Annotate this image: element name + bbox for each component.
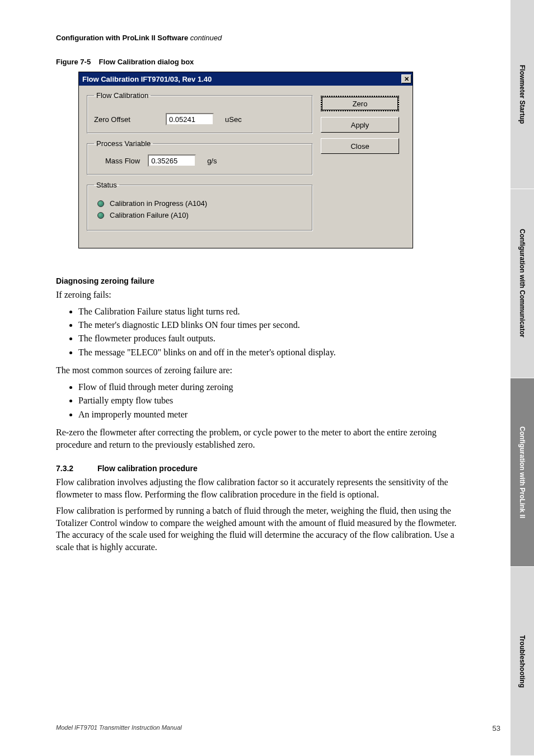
flow-cal-p2: Flow calibration is performed by running… <box>56 505 465 553</box>
apply-button[interactable]: Apply <box>321 117 399 133</box>
section-number: 7.3.2 <box>56 464 95 473</box>
flow-calibration-legend: Flow Calibration <box>94 91 151 100</box>
status-led-icon <box>97 200 104 207</box>
flow-cal-heading: 7.3.2 Flow calibration procedure <box>56 464 465 473</box>
diagnosing-list-b: Flow of fluid through meter during zeroi… <box>78 381 465 421</box>
rezero-paragraph: Re-zero the flowmeter after correcting t… <box>56 426 465 450</box>
common-sources-intro: The most common sources of zeroing failu… <box>56 364 465 377</box>
figure-caption: Figure 7-5 Flow Calibration dialog box <box>56 58 465 66</box>
page-footer: Model IFT9701 Transmitter Instruction Ma… <box>56 724 500 732</box>
status-legend: Status <box>94 181 119 189</box>
header-text: Configuration with ProLink II Software <box>56 34 188 42</box>
list-item: The meter's diagnostic LED blinks ON fou… <box>78 319 465 331</box>
diagnosing-list-a: The Calibration Failure status light tur… <box>78 306 465 359</box>
mass-flow-label: Mass Flow <box>105 157 140 165</box>
zero-offset-label: Zero Offset <box>94 115 161 124</box>
status-led-icon <box>97 212 104 219</box>
flow-calibration-dialog: Flow Calibration IFT9701/03, Rev 1.40 ✕ … <box>78 72 413 248</box>
zero-button[interactable]: Zero <box>321 96 399 111</box>
list-item: The flowmeter produces fault outputs. <box>78 332 465 345</box>
flow-calibration-group: Flow Calibration Zero Offset uSec <box>87 91 313 134</box>
status-group: Status Calibration in Progress (A104) Ca… <box>87 181 313 231</box>
footer-left: Model IFT9701 Transmitter Instruction Ma… <box>56 724 182 732</box>
list-item: The message "ELEC0" blinks on and off in… <box>78 346 465 359</box>
list-item: Flow of fluid through meter during zeroi… <box>78 381 465 393</box>
mass-flow-unit: g/s <box>207 157 217 165</box>
section-title: Flow calibration procedure <box>97 464 198 473</box>
tab-config-prolink[interactable]: Configuration with ProLink II <box>510 378 534 567</box>
list-item: The Calibration Failure status light tur… <box>78 306 465 318</box>
continuation-header: Configuration with ProLink II Software c… <box>56 34 465 42</box>
close-button[interactable]: Close <box>321 138 399 154</box>
tab-troubleshooting[interactable]: Troubleshooting <box>510 567 534 756</box>
status-a10: Calibration Failure (A10) <box>110 211 189 219</box>
dialog-titlebar: Flow Calibration IFT9701/03, Rev 1.40 ✕ <box>79 72 413 86</box>
tab-config-communicator[interactable]: Configuration with Communicator <box>510 189 534 378</box>
page-number: 53 <box>493 724 500 732</box>
side-tabs: Flowmeter Startup Configuration with Com… <box>510 0 534 756</box>
dialog-title: Flow Calibration IFT9701/03, Rev 1.40 <box>82 75 212 83</box>
diagnosing-intro: If zeroing fails: <box>56 289 465 301</box>
header-suffix: continued <box>190 34 222 42</box>
flow-cal-p1: Flow calibration involves adjusting the … <box>56 476 465 500</box>
figure-label: Figure 7-5 <box>56 58 91 66</box>
diagnosing-heading: Diagnosing zeroing failure <box>56 276 465 285</box>
mass-flow-input[interactable] <box>148 154 196 167</box>
status-a104: Calibration in Progress (A104) <box>110 199 207 208</box>
close-icon[interactable]: ✕ <box>401 74 411 83</box>
process-variable-legend: Process Variable <box>94 139 153 148</box>
figure-title: Flow Calibration dialog box <box>99 58 194 66</box>
zero-offset-input[interactable] <box>166 113 214 125</box>
zero-offset-unit: uSec <box>225 115 242 124</box>
list-item: Partially empty flow tubes <box>78 395 465 407</box>
list-item: An improperly mounted meter <box>78 408 465 421</box>
tab-flowmeter-startup[interactable]: Flowmeter Startup <box>510 0 534 189</box>
process-variable-group: Process Variable Mass Flow g/s <box>87 139 313 175</box>
